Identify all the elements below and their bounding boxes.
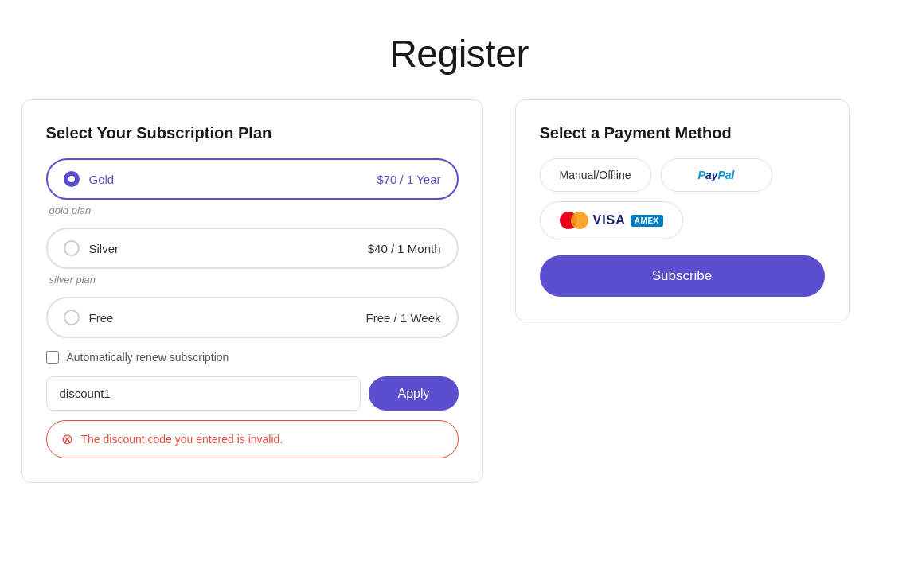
plan-name-silver: Silver <box>89 242 368 255</box>
auto-renew-label[interactable]: Automatically renew subscription <box>67 351 229 364</box>
subscription-panel: Select Your Subscription Plan Gold $70 /… <box>21 99 483 483</box>
plan-option-gold[interactable]: Gold $70 / 1 Year <box>46 158 459 200</box>
amex-icon: AMEX <box>631 215 663 227</box>
auto-renew-row: Automatically renew subscription <box>46 351 459 364</box>
payment-panel: Select a Payment Method Manual/Offline P… <box>515 99 850 321</box>
page-title: Register <box>389 32 529 76</box>
visa-icon: VISA <box>593 213 626 228</box>
auto-renew-checkbox[interactable] <box>46 351 59 364</box>
paypal-logo: PayPal <box>698 169 735 181</box>
radio-silver <box>64 240 80 256</box>
error-icon: ⊗ <box>61 430 73 448</box>
payment-row-bottom: VISA AMEX <box>540 201 825 239</box>
payment-option-cards[interactable]: VISA AMEX <box>540 201 683 239</box>
plan-option-free[interactable]: Free Free / 1 Week <box>46 297 459 338</box>
payment-title: Select a Payment Method <box>540 124 825 142</box>
plan-description-gold: gold plan <box>49 204 459 216</box>
plan-option-silver[interactable]: Silver $40 / 1 Month <box>46 228 459 269</box>
payment-manual-label: Manual/Offline <box>560 169 631 181</box>
mastercard-icon <box>560 212 588 229</box>
payment-row-top: Manual/Offline PayPal <box>540 158 825 192</box>
plan-price-gold: $70 / 1 Year <box>377 173 440 186</box>
coupon-row: Apply <box>46 376 459 411</box>
coupon-input[interactable] <box>46 376 361 411</box>
plan-name-free: Free <box>89 311 366 325</box>
payment-option-manual[interactable]: Manual/Offline <box>540 158 651 192</box>
subscription-title: Select Your Subscription Plan <box>46 124 459 142</box>
subscribe-button[interactable]: Subscribe <box>540 255 825 297</box>
card-icons: VISA AMEX <box>560 212 663 229</box>
plan-price-silver: $40 / 1 Month <box>368 242 441 255</box>
apply-button[interactable]: Apply <box>369 376 458 411</box>
plan-name-gold: Gold <box>89 173 377 186</box>
radio-free <box>64 310 80 325</box>
main-content: Select Your Subscription Plan Gold $70 /… <box>21 99 897 483</box>
error-box: ⊗ The discount code you entered is inval… <box>46 420 459 458</box>
plan-description-silver: silver plan <box>49 274 459 286</box>
radio-gold <box>64 171 80 187</box>
plan-price-free: Free / 1 Week <box>366 311 441 325</box>
payment-methods-grid: Manual/Offline PayPal <box>540 158 825 239</box>
error-message: The discount code you entered is invalid… <box>81 433 283 446</box>
payment-option-paypal[interactable]: PayPal <box>661 158 772 192</box>
